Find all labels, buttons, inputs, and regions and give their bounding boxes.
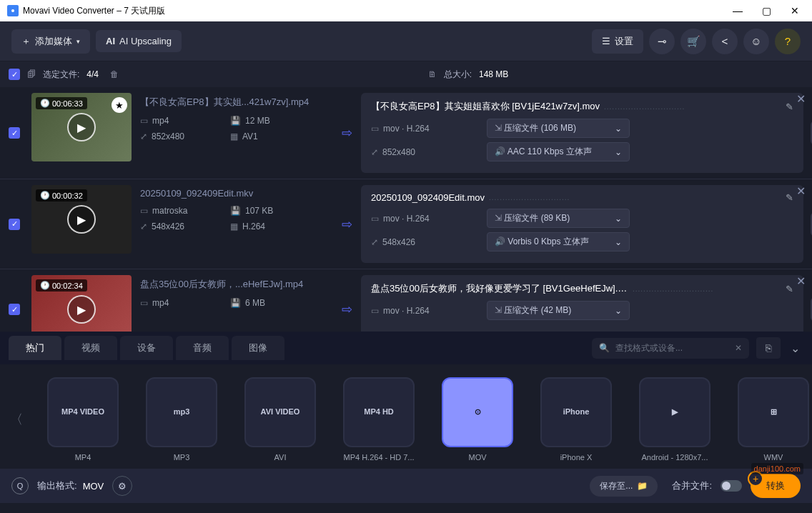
output-filename: 盘点35位00后女教师，我好像更爱学习了 [BV1GeeHefEJw].mov: [371, 282, 628, 295]
select-all-checkbox[interactable]: ✓: [9, 69, 20, 80]
save-to-button[interactable]: 保存至... 📁: [590, 476, 658, 497]
chevron-down-icon: ⌄: [615, 147, 622, 157]
format-card[interactable]: ▶Android - 1280x7...: [632, 377, 718, 462]
file-checkbox[interactable]: ✓: [9, 127, 20, 139]
scroll-left-button[interactable]: 〈: [6, 411, 27, 428]
file-icon: 🗎: [428, 69, 437, 79]
ai-upscaling-button[interactable]: AI AI Upscaling: [96, 30, 182, 52]
play-icon[interactable]: ▶: [67, 295, 96, 324]
format-label: MP4 H.264 - HD 7...: [336, 453, 422, 462]
format-tab[interactable]: 设备: [120, 336, 173, 360]
format-tabs: 热门视频设备音频图像 🔍 查找格式或设备... ✕ ⎘ ⌄: [0, 332, 812, 364]
arrow-icon: ⇨: [342, 185, 352, 263]
chevron-down-icon: ▾: [76, 38, 80, 45]
list-view-button[interactable]: ⎘: [756, 337, 781, 359]
main-toolbar: ＋ 添加媒体 ▾ AI AI Upscaling ☰ 设置 ⊸ 🛒 < ☺ ?: [0, 21, 812, 61]
account-icon-button[interactable]: ☺: [743, 29, 769, 54]
format-card[interactable]: ⊙MOV: [435, 377, 520, 462]
format-tab[interactable]: 视频: [64, 336, 117, 360]
chevron-down-icon: ⌄: [615, 214, 622, 224]
format-card[interactable]: MP4 HDMP4 H.264 - HD 7...: [336, 377, 422, 462]
format-card[interactable]: MP4 VIDEOMP4: [40, 377, 126, 462]
help-icon-button[interactable]: ?: [775, 29, 801, 54]
clear-search-icon[interactable]: ✕: [735, 343, 742, 353]
close-button[interactable]: ✕: [781, 0, 809, 21]
container-icon: ▭: [140, 116, 148, 126]
collapse-formats-button[interactable]: ⌄: [786, 337, 803, 359]
convert-label: 转换: [766, 479, 785, 492]
selected-count: 4/4: [86, 69, 99, 79]
play-icon[interactable]: ▶: [67, 113, 96, 141]
share-icon-button[interactable]: <: [712, 29, 738, 54]
add-media-button[interactable]: ＋ 添加媒体 ▾: [11, 29, 90, 54]
compress-dropdown[interactable]: ⇲ 压缩文件 (106 MB)⌄: [487, 119, 630, 138]
chevron-down-icon: ⌄: [615, 237, 622, 247]
output-format: mov · H.264: [383, 124, 430, 134]
file-list: ✓ 🕐00:06:33 ★ ▶ 【不良女高EP8】其实姐...421w7zv].…: [0, 87, 812, 332]
format-card[interactable]: mp3MP3: [139, 377, 224, 462]
star-icon[interactable]: ★: [112, 97, 127, 113]
compress-dropdown[interactable]: ⇲ 压缩文件 (42 MB)⌄: [487, 301, 630, 320]
format-tab[interactable]: 图像: [232, 336, 284, 360]
total-size: 148 MB: [479, 69, 508, 79]
sliders-icon: ☰: [602, 36, 610, 46]
format-section: 热门视频设备音频图像 🔍 查找格式或设备... ✕ ⎘ ⌄ 〈 MP4 VIDE…: [0, 332, 812, 469]
output-format: mov · H.264: [383, 306, 430, 316]
source-info: 盘点35位00后女教师，...eHefEJw].mp4 ▭mp4 💾6 MB: [140, 275, 333, 332]
settings-button[interactable]: ☰ 设置: [592, 29, 643, 54]
output-settings-button[interactable]: ⚙: [112, 476, 132, 496]
output-resolution: 852x480: [382, 147, 415, 157]
output-panel: 20250109_092409Edit.mov ................…: [361, 185, 803, 263]
trash-icon[interactable]: 🗑: [110, 69, 119, 79]
cart-icon-button[interactable]: 🛒: [680, 29, 706, 54]
format-icon: MP4 VIDEO: [47, 377, 119, 447]
audio-dropdown[interactable]: 🔊 AAC 110 Kbps 立体声⌄: [487, 142, 630, 161]
compress-icon: ⇲: [495, 123, 502, 133]
container-icon: ▭: [371, 306, 379, 316]
remove-item-button[interactable]: ✕: [793, 91, 808, 106]
source-filename: 20250109_092409Edit.mkv: [140, 188, 333, 199]
source-size: 6 MB: [245, 298, 265, 308]
selection-bar: ✓ 🗐 选定文件: 4/4 🗑 🗎 总大小: 148 MB: [0, 61, 812, 87]
thumbnail[interactable]: 🕐00:06:33 ★ ▶: [31, 93, 132, 161]
output-resolution: 548x426: [382, 237, 415, 247]
search-placeholder: 查找格式或设备...: [615, 342, 729, 354]
minimize-button[interactable]: —: [723, 0, 752, 21]
format-card[interactable]: ⊞WMV: [731, 377, 812, 462]
format-tab[interactable]: 热门: [9, 336, 61, 360]
maximize-button[interactable]: ▢: [752, 0, 781, 21]
format-search[interactable]: 🔍 查找格式或设备... ✕: [592, 338, 749, 359]
rename-icon[interactable]: ✎: [786, 101, 793, 112]
container-icon: ▭: [140, 298, 148, 308]
format-tab[interactable]: 音频: [176, 336, 229, 360]
convert-button[interactable]: + 转换: [751, 474, 801, 498]
source-size: 107 KB: [245, 206, 273, 216]
window-title: Movavi Video Converter – 7 天试用版: [23, 5, 723, 17]
output-format: 输出格式: MOV: [37, 479, 104, 492]
file-checkbox[interactable]: ✓: [9, 219, 20, 230]
merge-toggle[interactable]: [721, 480, 742, 492]
arrow-icon: ⇨: [342, 93, 352, 173]
play-icon[interactable]: ▶: [67, 205, 96, 234]
ai-icon: AI: [106, 36, 115, 46]
file-checkbox[interactable]: ✓: [9, 304, 20, 315]
rename-icon[interactable]: ✎: [786, 192, 793, 203]
format-card[interactable]: iPhoneiPhone X: [533, 377, 619, 462]
merge-label: 合并文件:: [672, 479, 712, 492]
remove-item-button[interactable]: ✕: [793, 274, 808, 288]
remove-item-button[interactable]: ✕: [793, 184, 808, 198]
format-label: MP4: [40, 453, 126, 462]
key-icon-button[interactable]: ⊸: [649, 29, 675, 54]
rename-icon[interactable]: ✎: [786, 284, 793, 294]
thumbnail[interactable]: 🕐00:02:34 ▶: [31, 275, 132, 332]
audio-dropdown[interactable]: 🔊 Vorbis 0 Kbps 立体声⌄: [487, 232, 630, 251]
document-icon: 🗐: [27, 69, 36, 79]
clock-icon: 🕐: [40, 281, 50, 290]
compress-dropdown[interactable]: ⇲ 压缩文件 (89 KB)⌄: [487, 209, 630, 228]
thumbnail[interactable]: 🕐00:00:32 ▶: [31, 185, 132, 254]
folder-icon: 📁: [637, 481, 648, 491]
search-icon: 🔍: [599, 343, 610, 353]
format-icon: MP4 HD: [343, 377, 415, 447]
source-filename: 盘点35位00后女教师，...eHefEJw].mp4: [140, 278, 333, 291]
format-card[interactable]: AVI VIDEOAVI: [237, 377, 323, 462]
